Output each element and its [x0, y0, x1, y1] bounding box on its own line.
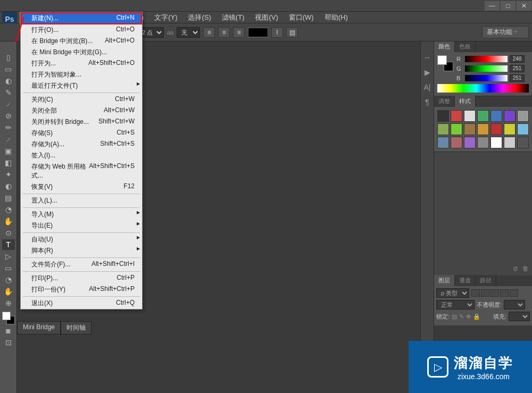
menu-item[interactable]: 存储(S)Ctrl+S	[21, 128, 142, 139]
filter-adjust-icon[interactable]	[481, 289, 489, 297]
tool-11[interactable]: ◐	[2, 181, 15, 191]
menu-item[interactable]: 打开(O)...Ctrl+O	[21, 24, 142, 36]
style-swatch[interactable]	[491, 123, 502, 135]
tab-adjustments[interactable]: 调整	[434, 96, 455, 107]
menu-item[interactable]: 文件简介(F)...Alt+Shift+Ctrl+I	[21, 259, 142, 270]
style-swatch[interactable]	[464, 123, 476, 135]
menu-item[interactable]: 导入(M)▶	[21, 209, 142, 220]
trash-icon[interactable]: 🗑	[522, 265, 529, 272]
menu-item[interactable]: 存储为 Web 所用格式...Alt+Shift+Ctrl+S	[21, 161, 142, 181]
filter-pixel-icon[interactable]	[471, 289, 480, 297]
screenmode-button[interactable]: ⊡	[2, 337, 15, 348]
tool-18[interactable]: ▭	[2, 263, 15, 273]
menu-item[interactable]: 恢复(V)F12	[21, 181, 142, 193]
dock-character-icon[interactable]: A|	[422, 82, 433, 93]
menu-item[interactable]: 打印一份(Y)Alt+Shift+Ctrl+P	[21, 284, 142, 295]
quickmask-button[interactable]: ◙	[2, 325, 15, 336]
dock-paragraph-icon[interactable]: ¶	[422, 97, 433, 107]
menu-help[interactable]: 帮助(H)	[320, 12, 352, 23]
tab-swatches[interactable]: 色板	[455, 41, 476, 52]
menu-item[interactable]: 打印(P)...Ctrl+P	[21, 273, 142, 284]
tool-21[interactable]: ⊕	[2, 298, 15, 308]
menu-select[interactable]: 选择(S)	[184, 12, 215, 23]
tab-mini-bridge[interactable]: Mini Bridge	[17, 321, 61, 335]
menu-window[interactable]: 窗口(W)	[285, 12, 318, 23]
tool-3[interactable]: ✎	[2, 87, 15, 98]
menu-item[interactable]: 最近打开文件(T)▶	[21, 80, 142, 91]
b-value[interactable]: 251	[510, 74, 525, 82]
tool-9[interactable]: ◧	[2, 157, 15, 168]
style-swatch[interactable]	[491, 110, 502, 122]
menu-item[interactable]: 在 Bridge 中浏览(B)...Alt+Ctrl+O	[21, 36, 142, 47]
lock-transparency-icon[interactable]: ▧	[452, 313, 457, 320]
menu-type[interactable]: 文字(Y)	[150, 12, 181, 23]
tool-19[interactable]: ◔	[2, 274, 15, 285]
menu-item[interactable]: 关闭并转到 Bridge...Shift+Ctrl+W	[21, 116, 142, 128]
tab-layers[interactable]: 图层	[434, 275, 455, 286]
menu-item[interactable]: 导出(E)▶	[21, 220, 142, 231]
style-swatch[interactable]	[464, 137, 476, 148]
tool-6[interactable]: ✏	[2, 122, 15, 133]
style-swatch[interactable]	[451, 123, 462, 135]
menu-item[interactable]: 关闭(C)Ctrl+W	[21, 94, 142, 105]
tool-5[interactable]: ⊘	[2, 111, 15, 121]
style-swatch[interactable]	[504, 110, 516, 122]
style-swatch[interactable]	[504, 123, 516, 135]
tool-4[interactable]: ⟋	[2, 99, 15, 110]
style-swatch[interactable]	[491, 137, 502, 148]
menu-item[interactable]: 打开为...Alt+Shift+Ctrl+O	[21, 58, 142, 69]
lock-all-icon[interactable]: 🔒	[473, 313, 480, 320]
style-swatch[interactable]	[451, 137, 462, 148]
warp-text-button[interactable]: ⌇	[271, 27, 283, 38]
tab-timeline[interactable]: 时间轴	[61, 321, 92, 335]
tab-styles[interactable]: 样式	[455, 96, 476, 107]
style-swatch[interactable]	[517, 110, 529, 122]
lock-position-icon[interactable]: ✥	[466, 313, 471, 320]
g-value[interactable]: 251	[510, 65, 525, 72]
tool-2[interactable]: ◐	[2, 76, 15, 86]
maximize-button[interactable]: □	[501, 1, 516, 11]
tab-color[interactable]: 颜色	[434, 41, 455, 52]
filter-shape-icon[interactable]	[500, 289, 509, 297]
lock-pixels-icon[interactable]: ✎	[459, 313, 464, 320]
menu-item[interactable]: 存储为(A)...Shift+Ctrl+S	[21, 139, 142, 150]
menu-view[interactable]: 视图(V)	[251, 12, 282, 23]
align-right-button[interactable]: ≡	[233, 27, 245, 38]
tool-13[interactable]: ◔	[2, 204, 15, 215]
dock-history-icon[interactable]: ↔	[422, 52, 433, 63]
tool-17[interactable]: ▷	[2, 251, 15, 262]
align-left-button[interactable]: ≡	[203, 27, 215, 38]
menu-item[interactable]: 退出(X)Ctrl+Q	[21, 298, 142, 309]
style-swatch[interactable]	[437, 123, 449, 135]
dock-properties-icon[interactable]: ▶	[422, 67, 433, 78]
fgbg-mini[interactable]	[437, 55, 453, 71]
style-swatch[interactable]	[517, 137, 529, 148]
menu-item[interactable]: 自动(U)▶	[21, 234, 142, 245]
filter-type-icon[interactable]	[491, 289, 499, 297]
character-panel-button[interactable]: ▤	[286, 27, 298, 38]
style-swatch[interactable]	[464, 110, 476, 122]
style-swatch[interactable]	[517, 123, 529, 135]
b-slider[interactable]	[465, 75, 508, 81]
style-swatch[interactable]	[477, 123, 489, 135]
menu-item[interactable]: 在 Mini Bridge 中浏览(G)...	[21, 47, 142, 58]
aa-select[interactable]: 无	[177, 27, 200, 38]
menu-item[interactable]: 新建(N)...Ctrl+N	[21, 12, 142, 24]
tab-channels[interactable]: 通道	[455, 275, 476, 286]
menu-filter[interactable]: 滤镜(T)	[218, 12, 249, 23]
tool-7[interactable]: ⟋	[2, 134, 15, 145]
tool-10[interactable]: ✦	[2, 169, 15, 180]
style-swatch[interactable]	[477, 137, 489, 148]
text-color-swatch[interactable]	[248, 28, 268, 37]
align-center-button[interactable]: ≡	[218, 27, 230, 38]
g-slider[interactable]	[465, 65, 508, 72]
fgbg-swatch[interactable]	[2, 312, 15, 324]
tool-1[interactable]: ▭	[2, 64, 15, 74]
tool-14[interactable]: ✋	[2, 216, 15, 227]
tab-paths[interactable]: 路径	[476, 275, 496, 286]
tool-20[interactable]: ✋	[2, 286, 15, 297]
filter-smart-icon[interactable]	[510, 289, 518, 297]
style-swatch[interactable]	[451, 110, 462, 122]
tool-12[interactable]: ▤	[2, 193, 15, 203]
layer-filter-select[interactable]: ρ 类型	[436, 288, 469, 298]
